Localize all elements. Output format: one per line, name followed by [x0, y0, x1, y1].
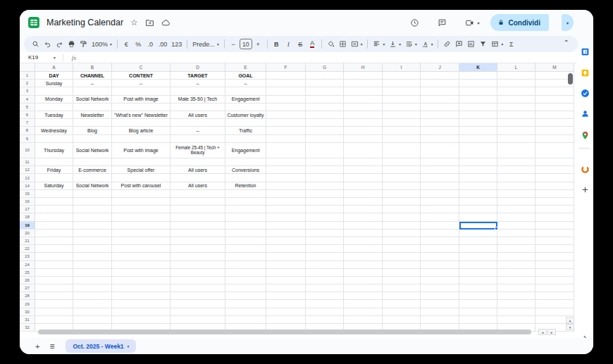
- cell-K22[interactable]: [459, 245, 497, 253]
- cell-I15[interactable]: [383, 190, 421, 198]
- move-folder-icon[interactable]: [145, 18, 154, 27]
- sidebar-calendar-icon[interactable]: [580, 46, 590, 56]
- cell-K13[interactable]: [459, 174, 497, 182]
- cell-E7[interactable]: [225, 119, 266, 127]
- cell-C26[interactable]: [112, 277, 171, 284]
- toolbar-merge-cells-icon[interactable]: ▾: [349, 37, 365, 51]
- cell-H2[interactable]: [344, 80, 383, 87]
- cell-L1[interactable]: [497, 72, 535, 80]
- cell-F29[interactable]: [266, 300, 306, 308]
- cell-D14[interactable]: All users: [171, 182, 225, 190]
- cell-K14[interactable]: [459, 182, 497, 190]
- cell-J2[interactable]: [421, 80, 459, 87]
- cell-H17[interactable]: [344, 206, 383, 213]
- cell-B16[interactable]: [73, 198, 112, 206]
- cell-F11[interactable]: [266, 158, 306, 166]
- cell-F3[interactable]: [266, 87, 306, 95]
- cell-I26[interactable]: [383, 277, 421, 284]
- cell-D28[interactable]: [171, 292, 225, 300]
- cell-L18[interactable]: [497, 213, 535, 221]
- cell-B7[interactable]: [73, 119, 112, 127]
- cell-H22[interactable]: [344, 245, 383, 253]
- cell-G27[interactable]: [306, 284, 344, 292]
- cell-I2[interactable]: [383, 80, 421, 87]
- cell-B22[interactable]: [73, 245, 112, 253]
- toolbar-increase-decimals-button[interactable]: .00: [156, 37, 170, 51]
- column-header-M[interactable]: M: [535, 63, 574, 72]
- cell-K18[interactable]: [459, 213, 497, 221]
- row-header-5[interactable]: 5: [20, 103, 35, 111]
- cell-G8[interactable]: [306, 127, 344, 134]
- cell-I5[interactable]: [383, 103, 421, 111]
- cell-M21[interactable]: [535, 237, 574, 245]
- cell-D10[interactable]: Female 25-45 | Tech + Beauty: [171, 143, 225, 158]
- cell-I17[interactable]: [383, 206, 421, 213]
- cell-G4[interactable]: [306, 96, 344, 103]
- cell-G5[interactable]: [306, 103, 344, 111]
- cell-D31[interactable]: [171, 316, 225, 324]
- cell-C1[interactable]: CONTENT: [112, 72, 171, 80]
- row-header-12[interactable]: 12: [20, 166, 35, 174]
- cell-J3[interactable]: [421, 87, 459, 95]
- cell-H5[interactable]: [344, 103, 383, 111]
- cell-K6[interactable]: [459, 111, 497, 119]
- cell-D20[interactable]: [171, 230, 225, 237]
- cell-M27[interactable]: [535, 284, 574, 292]
- cell-J10[interactable]: [421, 143, 459, 158]
- cell-I18[interactable]: [383, 213, 421, 221]
- toolbar-print-icon[interactable]: [66, 37, 78, 51]
- cell-K11[interactable]: [459, 158, 497, 166]
- cell-F2[interactable]: [266, 80, 306, 87]
- toolbar-zoom-button[interactable]: 100%▾: [89, 37, 114, 51]
- cell-J4[interactable]: [421, 96, 459, 103]
- cell-H21[interactable]: [344, 237, 383, 245]
- cell-H30[interactable]: [344, 308, 383, 316]
- toolbar-paint-format-icon[interactable]: [78, 37, 89, 51]
- cell-B10[interactable]: Social Network: [73, 143, 112, 158]
- cell-H8[interactable]: [344, 127, 383, 134]
- cell-L16[interactable]: [497, 198, 535, 206]
- cell-L11[interactable]: [497, 158, 535, 166]
- cell-H3[interactable]: [344, 87, 383, 95]
- row-header-2[interactable]: 2: [20, 80, 35, 87]
- cell-F6[interactable]: [266, 111, 306, 119]
- cell-C25[interactable]: [112, 269, 171, 277]
- row-header-8[interactable]: 8: [20, 127, 35, 134]
- cell-A22[interactable]: [35, 245, 73, 253]
- cell-K15[interactable]: [459, 190, 497, 198]
- cell-G24[interactable]: [306, 261, 344, 269]
- cell-I10[interactable]: [383, 143, 421, 158]
- cell-C6[interactable]: "What's new" Newsletter: [112, 111, 171, 119]
- cell-F24[interactable]: [266, 261, 306, 269]
- cell-B12[interactable]: E-commerce: [73, 166, 112, 174]
- cell-A10[interactable]: Thursday: [35, 143, 73, 158]
- cell-F4[interactable]: [266, 96, 306, 103]
- row-header-27[interactable]: 27: [20, 284, 35, 292]
- cell-C4[interactable]: Post with image: [112, 96, 171, 103]
- cell-A1[interactable]: DAY: [35, 72, 73, 80]
- cell-I9[interactable]: [383, 135, 421, 143]
- row-header-23[interactable]: 23: [20, 253, 35, 261]
- cell-E12[interactable]: Conversions: [225, 166, 266, 174]
- cell-J8[interactable]: [421, 127, 459, 134]
- cell-C5[interactable]: [112, 103, 171, 111]
- cell-E13[interactable]: [225, 174, 266, 182]
- cell-K27[interactable]: [459, 284, 497, 292]
- toolbar-font-size-button[interactable]: 10: [240, 39, 252, 49]
- cell-C9[interactable]: [112, 135, 171, 143]
- cell-H14[interactable]: [344, 182, 383, 190]
- toolbar-decrease-decimals-button[interactable]: .0: [144, 37, 156, 51]
- cell-B13[interactable]: [73, 174, 112, 182]
- row-header-18[interactable]: 18: [20, 213, 35, 221]
- cell-F16[interactable]: [266, 198, 306, 206]
- cell-E21[interactable]: [225, 237, 266, 245]
- cell-B21[interactable]: [73, 237, 112, 245]
- cell-I20[interactable]: [383, 230, 421, 237]
- name-box[interactable]: K19: [28, 54, 54, 61]
- cell-F10[interactable]: [266, 143, 306, 158]
- cell-K2[interactable]: [459, 80, 497, 87]
- cell-H16[interactable]: [344, 198, 383, 206]
- cell-D5[interactable]: [171, 103, 225, 111]
- cell-G9[interactable]: [306, 135, 344, 143]
- cell-B3[interactable]: [73, 87, 112, 95]
